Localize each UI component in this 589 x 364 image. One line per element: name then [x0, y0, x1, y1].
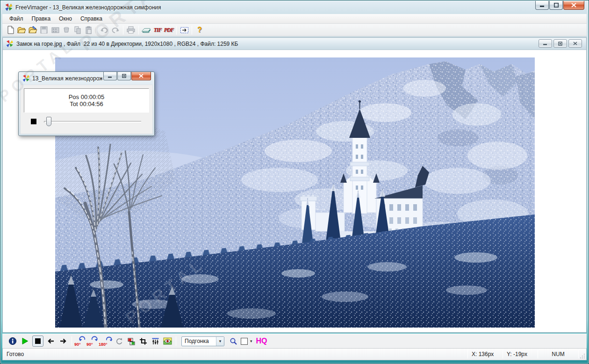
player-body: Pos 00:00:05 Tot 00:04:56 — [20, 85, 153, 134]
freevimager-logo-icon — [5, 3, 13, 11]
menu-edit[interactable]: Правка — [28, 14, 55, 23]
stop-icon — [35, 338, 41, 344]
tif-icon: TIF — [153, 27, 161, 34]
undo-button[interactable] — [99, 25, 110, 36]
image-close-button[interactable] — [568, 39, 582, 48]
menu-file[interactable]: Файл — [5, 14, 28, 23]
help-button[interactable]: ? — [194, 25, 205, 36]
player-close-button[interactable] — [131, 72, 151, 80]
play-button[interactable] — [19, 335, 31, 347]
minimize-icon — [108, 74, 112, 78]
scan-button[interactable] — [141, 25, 152, 36]
player-title-bar[interactable]: 13_Великая железнодорож... — [19, 72, 154, 85]
info-button[interactable] — [7, 335, 19, 347]
previous-image-button[interactable] — [45, 335, 57, 347]
export-icon — [63, 26, 70, 34]
open-folder-icon — [17, 26, 26, 34]
open-edit-button[interactable] — [27, 25, 38, 36]
minimize-button[interactable] — [535, 1, 549, 10]
magnifier-icon — [230, 337, 237, 345]
new-file-button[interactable] — [5, 25, 16, 36]
stop-button[interactable] — [32, 335, 43, 347]
player-seek-track[interactable] — [44, 121, 141, 122]
player-minimize-button[interactable] — [103, 72, 117, 80]
scanner-icon — [142, 26, 151, 34]
background-color-button[interactable] — [239, 335, 249, 347]
resize-grip-icon — [580, 354, 585, 359]
pdf-icon: PDF — [164, 27, 174, 34]
status-numlock: NUM — [538, 351, 578, 357]
maximize-button[interactable] — [549, 1, 563, 10]
arrow-right-icon — [59, 338, 67, 344]
rotate-right-icon — [91, 335, 98, 341]
paste-button[interactable] — [83, 25, 94, 36]
menu-window[interactable]: Окно — [55, 14, 76, 23]
color-adjust-icon — [127, 337, 135, 345]
image-minimize-button[interactable] — [539, 39, 552, 48]
redo-icon — [111, 27, 120, 33]
rotate-left-button[interactable]: 90° — [74, 335, 86, 347]
background-color-swatch — [241, 338, 248, 345]
hq-toggle[interactable]: HQ — [256, 337, 267, 345]
red-eye-button[interactable] — [161, 335, 173, 347]
red-eye-icon — [163, 337, 172, 345]
zoom-button[interactable] — [227, 335, 239, 347]
copy-button[interactable] — [72, 25, 83, 36]
player-window-icon — [22, 74, 30, 82]
toolbar-separator — [138, 26, 139, 35]
tif-export-button[interactable]: TIF — [152, 25, 163, 36]
help-icon: ? — [197, 26, 202, 34]
print-icon — [127, 26, 135, 34]
film-button[interactable] — [50, 25, 61, 36]
open-file-button[interactable] — [16, 25, 27, 36]
zoom-fit-select[interactable]: Подгонка ▼ — [181, 336, 224, 346]
image-window-icon — [6, 40, 14, 48]
window-title: FreeVimager - 13_Великая железнодорожная… — [15, 4, 161, 11]
restore-icon — [558, 42, 562, 46]
resize-grip[interactable] — [579, 349, 586, 360]
color-adjust-button[interactable] — [125, 335, 137, 347]
freevimager-window: FreeVimager - 13_Великая железнодорожная… — [0, 0, 589, 364]
background-color-caret-icon[interactable]: ▾ — [250, 339, 252, 343]
levels-button[interactable] — [149, 335, 161, 347]
status-bar: Готово X: 136px Y: -19px NUM — [2, 348, 587, 360]
print-button[interactable] — [125, 25, 136, 36]
close-icon — [573, 42, 577, 45]
status-message: Готово — [3, 351, 467, 357]
export-button[interactable] — [61, 25, 72, 36]
email-button[interactable] — [179, 25, 190, 36]
free-rotate-button[interactable] — [113, 335, 125, 347]
player-position: Pos 00:00:05 — [69, 93, 105, 100]
maximize-icon — [554, 3, 559, 7]
player-caption-buttons — [103, 72, 151, 80]
image-restore-button[interactable] — [553, 39, 567, 48]
rotate-right-button[interactable]: 90° — [86, 335, 99, 347]
player-stop-button[interactable] — [31, 119, 36, 124]
paste-icon — [85, 26, 93, 34]
toolbar-separator — [123, 26, 123, 35]
redo-button[interactable] — [110, 25, 121, 36]
save-button[interactable] — [38, 25, 50, 36]
close-button[interactable] — [563, 1, 584, 10]
toolbar-separator — [72, 336, 72, 346]
image-window-buttons — [539, 39, 582, 48]
undo-icon — [100, 27, 108, 33]
menu-bar: Файл Правка Окно Справка — [2, 14, 587, 24]
restore-icon — [122, 74, 126, 78]
main-toolbar: TIF PDF ? — [2, 24, 587, 36]
player-seek-thumb[interactable] — [46, 117, 51, 126]
free-rotate-icon — [115, 337, 122, 345]
player-restore-button[interactable] — [117, 72, 131, 80]
levels-icon — [151, 337, 159, 345]
rotate-180-button[interactable]: 180° — [99, 335, 113, 347]
pdf-export-button[interactable]: PDF — [163, 25, 174, 36]
next-image-button[interactable] — [57, 335, 69, 347]
email-icon — [180, 27, 189, 34]
rotate-left-label: 90° — [74, 343, 81, 347]
rotate-180-label: 180° — [99, 343, 108, 347]
save-icon — [40, 26, 48, 34]
player-time-display: Pos 00:00:05 Tot 00:04:56 — [24, 88, 149, 113]
menu-help[interactable]: Справка — [76, 14, 107, 23]
rotate-180-icon — [105, 335, 113, 341]
crop-button[interactable] — [137, 335, 149, 347]
